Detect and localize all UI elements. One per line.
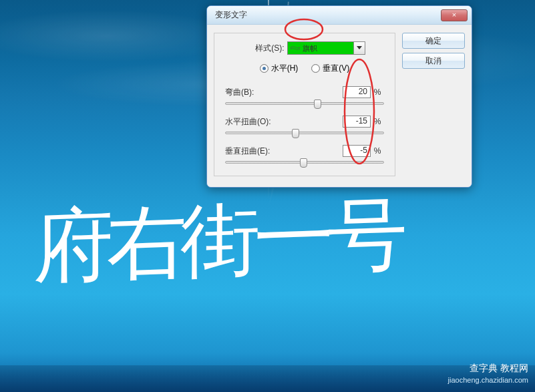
dialog-titlebar[interactable]: 变形文字 × bbox=[207, 6, 472, 25]
watermark-title: 查字典 教程网 bbox=[448, 363, 528, 375]
bend-label: 弯曲(B): bbox=[225, 87, 343, 98]
close-icon: × bbox=[452, 11, 456, 19]
radio-vertical-input[interactable] bbox=[311, 64, 320, 73]
style-value: 旗帜 bbox=[303, 43, 317, 53]
v-distort-row: 垂直扭曲(E): -5 % bbox=[225, 145, 384, 164]
settings-panel: 样式(S): 旗帜 水平(H) bbox=[214, 33, 395, 176]
watermark: 查字典 教程网 jiaocheng.chazidian.com bbox=[448, 363, 528, 384]
h-distort-input[interactable]: -15 bbox=[343, 116, 371, 128]
h-distort-unit: % bbox=[371, 117, 384, 126]
bend-slider[interactable] bbox=[225, 102, 384, 105]
v-distort-slider-thumb[interactable] bbox=[300, 158, 307, 168]
dialog-body: 样式(S): 旗帜 水平(H) bbox=[207, 25, 472, 187]
warp-text-dialog: 变形文字 × 样式(S): 旗帜 bbox=[206, 5, 472, 188]
bend-unit: % bbox=[371, 87, 384, 97]
dialog-title: 变形文字 bbox=[215, 9, 441, 21]
h-distort-slider[interactable] bbox=[225, 132, 384, 134]
radio-vertical-label: 垂直(V) bbox=[323, 63, 349, 74]
ok-button[interactable]: 确定 bbox=[402, 33, 465, 49]
style-row: 样式(S): 旗帜 bbox=[225, 41, 384, 55]
bend-input[interactable]: 20 bbox=[343, 86, 371, 98]
bend-slider-thumb[interactable] bbox=[314, 100, 321, 109]
watermark-url: jiaocheng.chazidian.com bbox=[448, 376, 528, 384]
close-button[interactable]: × bbox=[441, 9, 468, 21]
buttons-panel: 确定 取消 bbox=[402, 33, 465, 176]
h-distort-slider-thumb[interactable] bbox=[292, 129, 299, 138]
main-warped-text: 府右街一号 bbox=[33, 180, 401, 302]
style-dropdown[interactable]: 旗帜 bbox=[287, 41, 354, 55]
bend-row: 弯曲(B): 20 % bbox=[225, 86, 384, 105]
radio-horizontal-label: 水平(H) bbox=[271, 63, 299, 74]
orientation-row: 水平(H) 垂直(V) bbox=[225, 63, 384, 74]
h-distort-row: 水平扭曲(O): -15 % bbox=[225, 116, 384, 134]
cancel-button[interactable]: 取消 bbox=[402, 53, 465, 69]
radio-horizontal-input[interactable] bbox=[260, 64, 269, 73]
radio-horizontal[interactable]: 水平(H) bbox=[260, 63, 299, 74]
v-distort-label: 垂直扭曲(E): bbox=[225, 146, 343, 157]
chevron-down-icon bbox=[357, 46, 362, 50]
h-distort-label: 水平扭曲(O): bbox=[225, 116, 343, 128]
flag-style-icon bbox=[291, 45, 300, 51]
dropdown-arrow[interactable] bbox=[353, 41, 365, 55]
v-distort-unit: % bbox=[371, 146, 384, 156]
v-distort-input[interactable]: -5 bbox=[343, 145, 371, 157]
radio-vertical[interactable]: 垂直(V) bbox=[311, 63, 349, 74]
v-distort-slider[interactable] bbox=[225, 161, 384, 164]
style-label: 样式(S): bbox=[255, 43, 284, 54]
